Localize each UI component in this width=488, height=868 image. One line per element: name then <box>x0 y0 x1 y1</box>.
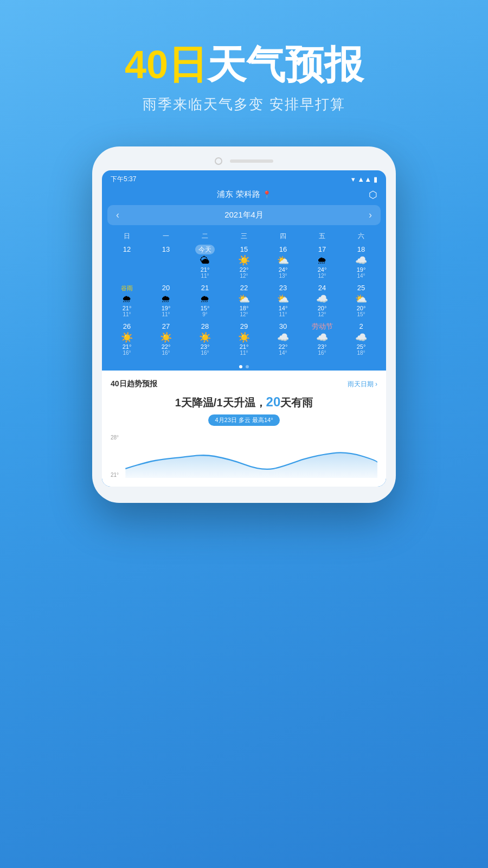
temp-high: 23° <box>201 343 210 350</box>
weather-icon: ☀️ <box>238 256 250 265</box>
prev-month-button[interactable]: ‹ <box>116 209 119 221</box>
temp-high: 22° <box>162 343 171 350</box>
status-icons: ▾ ▲▲ ▮ <box>351 175 377 183</box>
cal-cell-labor[interactable]: 劳动节 ☁️ 23° 16° <box>303 320 342 358</box>
temp-low: 13° <box>279 273 287 279</box>
date-badge: 4月23日 多云 最高14° <box>208 414 279 426</box>
next-month-button[interactable]: › <box>369 209 372 221</box>
cal-cell-22[interactable]: 22 ⛅ 18° 12° <box>224 282 264 319</box>
temp-high: 22° <box>279 343 288 350</box>
cal-date: 22 <box>240 283 248 293</box>
calendar-nav: ‹ 2021年4月 › <box>107 205 381 225</box>
temp-high: 23° <box>318 343 327 350</box>
temp-low: 11° <box>162 311 170 317</box>
day-header-wed: 三 <box>224 232 264 241</box>
temp-low: 9° <box>202 311 208 317</box>
calendar-row-1: 12 13 今天 🌥 21° 11° 15 ☀️ 22° <box>107 243 381 280</box>
day-header-fri: 五 <box>303 232 342 241</box>
trend-title: 40日趋势预报 <box>111 379 157 389</box>
cal-cell-25[interactable]: 25 ⛅ 20° 15° <box>342 282 381 319</box>
rainy-days-link[interactable]: 雨天日期 › <box>348 380 377 389</box>
phone-speaker <box>230 159 273 163</box>
cal-cell-17[interactable]: 17 🌧 24° 12° <box>303 243 342 280</box>
cal-cell-15[interactable]: 15 ☀️ 22° 12° <box>224 243 264 280</box>
temp-high: 22° <box>240 266 249 273</box>
cal-date: 13 <box>162 245 170 254</box>
chart-svg <box>111 435 377 478</box>
cal-date: 29 <box>240 322 248 331</box>
cal-date: 24 <box>318 283 326 293</box>
phone-mockup: 下午5:37 ▾ ▲▲ ▮ 浦东 荣科路 📍 ⬡ ‹ 2021年4月 › <box>92 146 396 503</box>
cal-cell-12: 12 <box>107 243 146 280</box>
bottom-section: 40日趋势预报 雨天日期 › 1天降温/1天升温，20天有雨 4月23日 多云 … <box>102 371 386 487</box>
weather-icon: ⛅ <box>355 294 367 304</box>
day-header-mon: 一 <box>146 232 185 241</box>
cal-date-guyu: 谷雨 <box>121 283 133 293</box>
cal-cell-16[interactable]: 16 ⛅ 24° 13° <box>264 243 303 280</box>
cal-date: 28 <box>201 322 209 331</box>
cal-cell-2[interactable]: 2 ☁️ 25° 18° <box>342 320 381 358</box>
cal-cell-18[interactable]: 18 ☁️ 19° 14° <box>342 243 381 280</box>
temp-high: 21° <box>123 343 132 350</box>
cal-date: 15 <box>240 245 248 254</box>
cal-cell-30[interactable]: 30 ☁️ 22° 14° <box>264 320 303 358</box>
temp-high: 21° <box>201 266 210 273</box>
share-icon[interactable]: ⬡ <box>369 189 377 201</box>
cal-date: 25 <box>357 283 365 293</box>
cal-date-today: 今天 <box>195 245 215 254</box>
temp-high: 24° <box>279 266 288 273</box>
cal-cell-23[interactable]: 23 ⛅ 14° 11° <box>264 282 303 319</box>
cal-cell-13: 13 <box>146 243 185 280</box>
cal-cell-26[interactable]: 26 ☀️ 21° 16° <box>107 320 146 358</box>
weather-icon: ⛅ <box>238 294 250 304</box>
calendar-row-3: 26 ☀️ 21° 16° 27 ☀️ 22° 16° 28 ☀️ 23 <box>107 320 381 358</box>
wifi-icon: ▾ <box>351 175 355 183</box>
cal-cell-guyu[interactable]: 谷雨 🌧 21° 11° <box>107 282 146 319</box>
cal-cell-today[interactable]: 今天 🌥 21° 11° <box>185 243 224 280</box>
temp-high: 20° <box>318 305 327 311</box>
temp-low: 16° <box>201 350 209 356</box>
location-pin-icon: 📍 <box>262 190 271 199</box>
temp-low: 16° <box>123 350 131 356</box>
status-bar: 下午5:37 ▾ ▲▲ ▮ <box>102 170 386 186</box>
day-headers: 日 一 二 三 四 五 六 <box>107 229 381 243</box>
cal-date: 26 <box>123 322 131 331</box>
weather-icon: 🌧 <box>317 256 327 265</box>
cal-cell-29[interactable]: 29 ☀️ 21° 11° <box>224 320 264 358</box>
trend-header: 40日趋势预报 雨天日期 › <box>111 379 377 389</box>
calendar-month-title: 2021年4月 <box>224 210 264 220</box>
weather-icon: 🌧 <box>122 294 132 304</box>
weather-icon: ☀️ <box>121 333 133 342</box>
temp-low: 16° <box>162 350 170 356</box>
hero-title: 40日天气预报 <box>0 43 488 86</box>
dot-1 <box>239 365 242 368</box>
location-text: 浦东 荣科路 <box>217 189 260 200</box>
cal-cell-20[interactable]: 20 🌧 19° 11° <box>146 282 185 319</box>
temp-high: 24° <box>318 266 327 273</box>
chart-labels: 28° 21° <box>111 435 119 478</box>
cal-cell-28[interactable]: 28 ☀️ 23° 16° <box>185 320 224 358</box>
temp-low: 18° <box>357 350 365 356</box>
cal-cell-24[interactable]: 24 ☁️ 20° 12° <box>303 282 342 319</box>
temp-high: 21° <box>240 343 249 350</box>
cal-cell-21[interactable]: 21 🌧 15° 9° <box>185 282 224 319</box>
dot-2 <box>246 365 249 368</box>
day-header-sat: 六 <box>342 232 381 241</box>
temp-high: 19° <box>162 305 171 311</box>
temp-low: 12° <box>318 311 326 317</box>
hero-title-white: 天气预报 <box>207 43 363 86</box>
temp-low: 12° <box>318 273 326 279</box>
temp-low: 11° <box>201 273 209 279</box>
page-dots <box>102 361 386 371</box>
cal-date: 27 <box>162 322 170 331</box>
cal-cell-27[interactable]: 27 ☀️ 22° 16° <box>146 320 185 358</box>
cal-date: 23 <box>279 283 287 293</box>
location-bar: 浦东 荣科路 📍 ⬡ <box>102 186 386 203</box>
hero-section: 40日天气预报 雨季来临天气多变 安排早打算 <box>0 0 488 136</box>
weather-icon: ⛅ <box>277 294 289 304</box>
temp-high: 25° <box>357 343 366 350</box>
hero-title-yellow: 40日 <box>125 43 207 86</box>
cal-date: 30 <box>279 322 287 331</box>
weather-icon: ☁️ <box>316 333 328 342</box>
phone-top-bar <box>102 157 386 165</box>
